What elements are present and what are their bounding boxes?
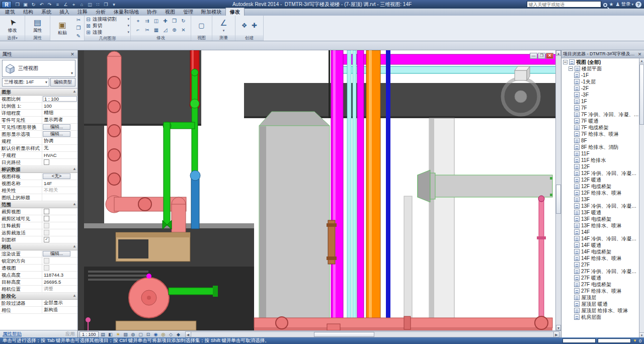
property-row[interactable]: 视图样板 <无> [0, 173, 77, 180]
unlocked-view-icon[interactable]: ◇ [168, 331, 175, 337]
save-icon[interactable]: ▣ [22, 1, 29, 8]
property-row[interactable]: 远剪裁激活 [0, 229, 77, 236]
type-selector[interactable]: 三维视图 ▾ [2, 60, 75, 77]
copy-icon[interactable]: ❐ [74, 24, 83, 32]
tree-item[interactable]: 12F 给排水、喷淋 [561, 190, 639, 196]
tree-item[interactable]: 27F 冷供、冷回、冷凝、消防 [561, 268, 639, 275]
tree-item[interactable]: 8F 给排水、消防 [561, 144, 639, 150]
property-row[interactable]: 视点高度 118744.3 [0, 272, 77, 279]
property-value[interactable]: 全部显示 [42, 300, 77, 306]
property-row[interactable]: 阶段化 [0, 293, 77, 300]
tree-item[interactable]: 7F 给排水、喷淋 [561, 131, 639, 137]
panel-label-measure[interactable]: 测量 [212, 35, 235, 41]
join-button[interactable]: ⊞ 连接 [85, 29, 130, 35]
exchange-star-icon[interactable]: ★ [609, 1, 614, 8]
property-row[interactable]: 比例值 1: 100 [0, 103, 77, 110]
create-group-icon[interactable]: ❖ [240, 22, 249, 29]
tree-item[interactable]: -1F [561, 72, 639, 78]
tree-item[interactable]: 12F 冷供、冷回、冷凝、消防 [561, 170, 639, 177]
undo-icon[interactable]: ↶ [38, 1, 45, 8]
property-value[interactable]: 协调 [42, 138, 77, 144]
redo-icon[interactable]: ↷ [46, 1, 53, 8]
property-value[interactable]: 编辑... [43, 131, 70, 137]
property-row[interactable]: 相机 [0, 243, 77, 250]
help-icon[interactable]: ? [635, 2, 641, 8]
tree-item[interactable]: 机房层面 [561, 314, 639, 320]
temporary-hide-isolate-icon[interactable]: ◉ [152, 331, 159, 337]
property-row[interactable]: 可见性/图形替换 编辑... [0, 124, 77, 131]
property-row[interactable]: 相位 新构造 [0, 307, 77, 314]
ahu-duct[interactable] [259, 112, 330, 330]
property-row[interactable]: 详细程度 精细 [0, 110, 77, 117]
property-row[interactable]: 裁剪区域可见 [0, 215, 77, 222]
scroll-down-icon[interactable]: ▼ [556, 325, 561, 330]
delete-icon[interactable]: ✕ [179, 26, 188, 34]
model-view[interactable] [78, 50, 561, 330]
tree-item[interactable]: 27F 暖通 [561, 275, 639, 281]
tree-item[interactable]: 8F [561, 137, 639, 144]
app-menu-button[interactable]: R [2, 1, 12, 8]
tree-item[interactable]: 27F 给排水、喷淋 [561, 288, 639, 294]
trim-icon[interactable]: ⌐ [134, 26, 142, 34]
property-value[interactable] [42, 208, 77, 215]
tree-item[interactable]: 11F 给排水 [561, 157, 639, 163]
property-value[interactable]: 14F [42, 180, 77, 187]
ribbon-tab[interactable]: 结构 [19, 8, 37, 16]
property-row[interactable]: 相关性 不相关 [0, 187, 77, 194]
join-end-cut-button[interactable]: ⊟ 连接端切割 [85, 16, 130, 22]
close-icon[interactable]: ✕ [546, 53, 553, 59]
scroll-left-icon[interactable]: ◀ [186, 332, 191, 337]
tree-item[interactable]: 27F 电缆桥架 [561, 281, 639, 288]
property-value[interactable]: 新构造 [42, 307, 77, 313]
scrollbar-thumb[interactable] [556, 185, 561, 214]
property-row[interactable]: 相机位置 调整 [0, 286, 77, 293]
tree-item[interactable]: 12F 电缆桥架 [561, 183, 639, 190]
panel-label-properties[interactable]: 属性 [25, 35, 50, 41]
cut-icon[interactable]: ✂ [74, 16, 83, 24]
tree-item[interactable]: -2F [561, 85, 639, 92]
split-icon[interactable]: ✂ [143, 26, 151, 34]
project-browser-header[interactable]: 项目浏览器 - DTMTR-3#写字楼及裙楼- (7-屋顶) 调.rvt ✕ [561, 50, 644, 58]
restore-icon[interactable]: ❐ [538, 53, 545, 59]
sun-path-icon[interactable]: ☀ [115, 331, 122, 337]
tree-item[interactable]: 12F [561, 163, 639, 170]
property-value[interactable]: 1 : 100 [43, 96, 77, 102]
property-row[interactable]: 视图比例 1 : 100 [0, 96, 77, 103]
switch-windows-icon[interactable]: ❐ [102, 1, 110, 8]
tree-item[interactable]: 7F [561, 105, 639, 111]
sign-in-button[interactable]: ♟ 登录 ▾ [616, 1, 633, 8]
rotate-icon[interactable]: ↻ [179, 17, 188, 25]
property-row[interactable]: 图形显示选项 编辑... [0, 131, 77, 138]
ribbon-tab[interactable]: 修改 [225, 8, 245, 16]
panel-label-select[interactable]: 选择 [0, 35, 25, 41]
tree-item[interactable]: 屋顶层 [561, 294, 639, 301]
property-row[interactable]: 标识数据 [0, 166, 77, 173]
property-value[interactable] [42, 194, 77, 201]
close-icon[interactable]: ✕ [69, 52, 75, 57]
tree-item[interactable]: 13F 给排水、喷淋 [561, 222, 639, 229]
ribbon-tab[interactable]: 建筑 [1, 8, 19, 16]
tree-item[interactable]: 7F 电缆桥架 [561, 124, 639, 131]
property-row[interactable]: 裁剪视图 [0, 208, 77, 215]
scroll-down-icon[interactable]: ▼ [639, 332, 644, 337]
mirror-icon[interactable]: ◫ [152, 17, 160, 25]
property-row[interactable]: 图纸上的标题 [0, 194, 77, 201]
reveal-hidden-elements-icon[interactable]: ◎ [160, 331, 167, 337]
property-row[interactable]: 视图名称 14F [0, 180, 77, 187]
property-value[interactable]: 118744.3 [42, 272, 77, 278]
tree-item[interactable]: 13F 冷供、冷回、冷凝、消防 [561, 203, 639, 209]
property-row[interactable]: 默认分析显示样式 无 [0, 145, 77, 152]
property-value[interactable] [42, 257, 77, 264]
property-value[interactable] [42, 159, 77, 165]
tag-icon[interactable]: ⌖ [70, 1, 77, 8]
panel-label-modify[interactable]: 修改 [131, 35, 191, 41]
panel-label-create[interactable]: 创建 [235, 35, 263, 41]
show-rendering-dialog-icon[interactable]: ◍ [130, 331, 137, 337]
panel-label-geometry[interactable]: 几何图形 [85, 36, 130, 41]
properties-header[interactable]: 属性 ✕ [0, 50, 77, 58]
modify-tool-button[interactable]: 修改 [2, 18, 23, 34]
scroll-up-icon[interactable]: ▲ [556, 50, 561, 56]
section-icon[interactable]: ◫ [86, 1, 94, 8]
tree-item[interactable]: 13F [561, 196, 639, 203]
property-value[interactable]: 显示两者 [42, 117, 77, 123]
